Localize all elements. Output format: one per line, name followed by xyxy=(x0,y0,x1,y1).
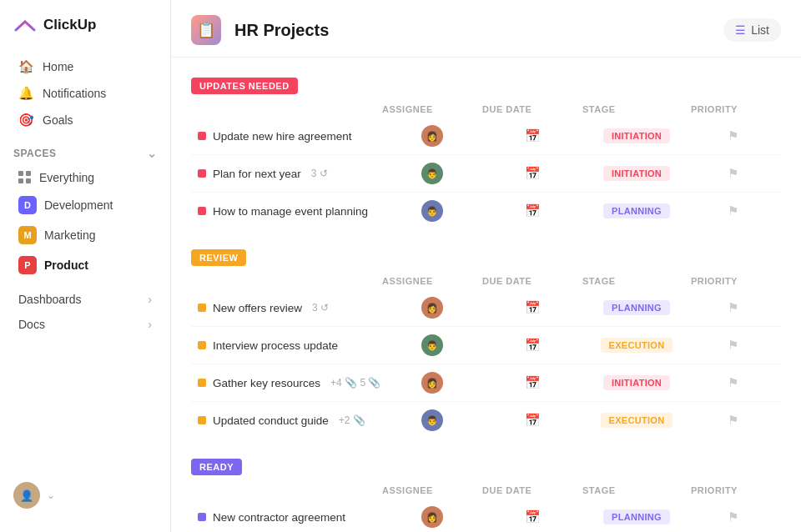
table-row[interactable]: Updated conduct guide +2 📎 👨 📅 EXECUTION… xyxy=(191,402,781,439)
task-dot-red xyxy=(198,207,206,215)
table-row[interactable]: Plan for next year 3 ↺ 👨 📅 INITIATION ⚑ xyxy=(191,155,781,193)
task-name: Updated conduct guide +2 📎 xyxy=(198,414,382,427)
priority-cell: ⚑ xyxy=(691,203,774,218)
task-name: Interview process update xyxy=(198,339,382,352)
section-header-updates: UPDATES NEEDED xyxy=(191,78,781,94)
flag-icon: ⚑ xyxy=(728,166,738,181)
section-ready: READY ASSIGNEE DUE DATE STAGE PRIORITY N… xyxy=(191,459,781,532)
table-row[interactable]: Update new hire agreement 👩 📅 INITIATION… xyxy=(191,118,781,155)
task-list: UPDATES NEEDED ASSIGNEE DUE DATE STAGE P… xyxy=(171,58,801,532)
assignee-cell: 👩 xyxy=(382,372,482,394)
list-view-tab[interactable]: ☰ List xyxy=(723,18,781,42)
notifications-label: Notifications xyxy=(43,87,106,100)
col-due-date: DUE DATE xyxy=(482,104,582,114)
date-cell: 📅 xyxy=(482,128,582,143)
development-dot: D xyxy=(18,196,37,214)
avatar: 👩 xyxy=(421,297,443,319)
logo[interactable]: ClickUp xyxy=(0,13,170,53)
flag-icon: ⚑ xyxy=(728,300,738,315)
table-row[interactable]: Gather key resources +4 📎 5 📎 👩 📅 INITIA… xyxy=(191,364,781,402)
task-text: Plan for next year xyxy=(213,168,301,180)
sidebar-footer: 👤 ⌄ xyxy=(0,472,170,519)
avatar: 👩 xyxy=(421,125,443,147)
task-dot-yellow xyxy=(198,416,206,424)
sidebar-item-marketing[interactable]: M Marketing xyxy=(5,220,165,250)
priority-cell: ⚑ xyxy=(691,338,774,353)
review-badge: REVIEW xyxy=(191,249,246,266)
calendar-icon: 📅 xyxy=(525,509,541,524)
task-text: Update new hire agreement xyxy=(213,130,352,143)
everything-label: Everything xyxy=(39,171,94,184)
task-meta: 3 ↺ xyxy=(312,302,329,314)
assignee-cell: 👨 xyxy=(382,200,482,222)
stage-cell: EXECUTION xyxy=(582,338,691,353)
table-row[interactable]: Interview process update 👨 📅 EXECUTION ⚑ xyxy=(191,327,781,364)
assignee-cell: 👨 xyxy=(382,163,482,184)
bell-icon: 🔔 xyxy=(18,86,34,101)
task-text: How to manage event planning xyxy=(213,205,368,218)
priority-cell: ⚑ xyxy=(691,413,774,428)
table-header-review: ASSIGNEE DUE DATE STAGE PRIORITY xyxy=(191,276,781,289)
col-priority: PRIORITY xyxy=(691,276,774,286)
goals-label: Goals xyxy=(43,113,73,127)
task-name: How to manage event planning xyxy=(198,205,382,218)
sidebar-item-development[interactable]: D Development xyxy=(5,190,165,220)
sidebar-item-product[interactable]: P Product xyxy=(5,250,165,280)
stage-badge: EXECUTION xyxy=(601,338,673,353)
col-stage: STAGE xyxy=(582,104,691,114)
stage-badge: PLANNING xyxy=(603,509,670,524)
section-header-review: REVIEW xyxy=(191,249,781,266)
assignee-cell: 👨 xyxy=(382,409,482,431)
date-cell: 📅 xyxy=(482,166,582,181)
stage-badge: INITIATION xyxy=(603,375,670,390)
grid-icon xyxy=(18,171,32,184)
stage-cell: INITIATION xyxy=(582,128,691,143)
stage-cell: PLANNING xyxy=(582,300,691,315)
spaces-label: Spaces xyxy=(13,148,56,159)
priority-cell: ⚑ xyxy=(691,375,774,390)
stage-cell: PLANNING xyxy=(582,509,691,524)
date-cell: 📅 xyxy=(482,375,582,390)
task-name: Plan for next year 3 ↺ xyxy=(198,168,382,180)
main-content-area: 📋 HR Projects ☰ List UPDATES NEEDED ASSI… xyxy=(171,0,801,532)
stage-cell: INITIATION xyxy=(582,166,691,181)
table-row[interactable]: New contractor agreement 👩 📅 PLANNING ⚑ xyxy=(191,499,781,532)
table-row[interactable]: New offers review 3 ↺ 👩 📅 PLANNING ⚑ xyxy=(191,289,781,327)
user-avatar[interactable]: 👤 xyxy=(13,482,40,509)
chevron-down-icon[interactable]: ⌄ xyxy=(147,147,158,160)
sidebar-nav-home[interactable]: 🏠 Home xyxy=(5,53,165,80)
flag-icon: ⚑ xyxy=(728,128,738,143)
date-cell: 📅 xyxy=(482,300,582,315)
sidebar-nav-notifications[interactable]: 🔔 Notifications xyxy=(5,80,165,107)
calendar-icon: 📅 xyxy=(525,338,541,353)
stage-badge: INITIATION xyxy=(603,128,670,143)
col-assignee: ASSIGNEE xyxy=(382,485,482,495)
col-stage: STAGE xyxy=(582,485,691,495)
task-text: New offers review xyxy=(213,302,302,314)
stage-badge: EXECUTION xyxy=(601,413,673,428)
goals-icon: 🎯 xyxy=(18,113,34,128)
dashboards-label: Dashboards xyxy=(18,293,82,306)
dashboards-item[interactable]: Dashboards › xyxy=(5,287,165,312)
table-row[interactable]: How to manage event planning 👨 📅 PLANNIN… xyxy=(191,193,781,229)
assignee-cell: 👩 xyxy=(382,297,482,319)
col-priority: PRIORITY xyxy=(691,485,774,495)
avatar: 👩 xyxy=(421,506,443,528)
calendar-icon: 📅 xyxy=(525,128,541,143)
docs-item[interactable]: Docs › xyxy=(5,312,165,337)
avatar: 👨 xyxy=(421,409,443,431)
priority-cell: ⚑ xyxy=(691,300,774,315)
sidebar-nav-goals[interactable]: 🎯 Goals xyxy=(5,107,165,133)
assignee-cell: 👩 xyxy=(382,125,482,147)
spaces-section-header: Spaces ⌄ xyxy=(0,133,170,165)
chevron-right-icon: › xyxy=(148,293,152,306)
avatar: 👨 xyxy=(421,163,443,184)
task-text: Interview process update xyxy=(213,339,338,352)
app-name: ClickUp xyxy=(43,17,96,33)
col-assignee: ASSIGNEE xyxy=(382,276,482,286)
assignee-cell: 👨 xyxy=(382,334,482,356)
task-dot-yellow xyxy=(198,341,206,349)
updates-badge: UPDATES NEEDED xyxy=(191,78,298,94)
sidebar-item-everything[interactable]: Everything xyxy=(5,165,165,190)
stage-cell: EXECUTION xyxy=(582,413,691,428)
